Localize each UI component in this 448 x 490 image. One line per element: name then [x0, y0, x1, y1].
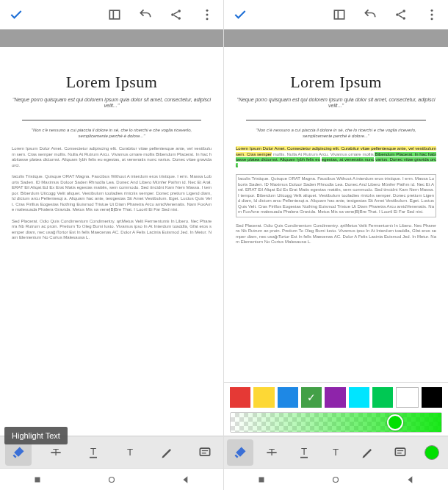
- left-pane: Lorem Ipsum "Neque porro quisquam est qu…: [0, 0, 224, 490]
- nav-home-icon[interactable]: [330, 475, 341, 485]
- note-icon: [393, 445, 408, 460]
- nav-recent-icon[interactable]: [32, 475, 43, 485]
- nav-home-icon[interactable]: [106, 475, 117, 485]
- share-button[interactable]: [166, 4, 187, 25]
- doc-title: Lorem Ipsum: [233, 72, 439, 93]
- color-picker: [224, 382, 448, 436]
- opacity-handle[interactable]: [387, 414, 403, 430]
- document-viewport-right[interactable]: Lorem Ipsum "Neque porro quisquam est qu…: [224, 47, 448, 382]
- more-button[interactable]: [197, 4, 217, 25]
- svg-rect-18: [334, 10, 344, 19]
- tool-text[interactable]: T: [117, 439, 143, 466]
- panel-icon: [107, 7, 122, 22]
- tool-note[interactable]: [387, 439, 413, 466]
- tool-text[interactable]: T: [322, 439, 349, 466]
- gray-strip: [0, 29, 223, 47]
- svg-point-5: [206, 10, 209, 12]
- gray-strip: [224, 29, 448, 47]
- more-icon: [424, 7, 439, 22]
- tool-current-color[interactable]: [419, 439, 445, 466]
- confirm-button[interactable]: [230, 4, 250, 25]
- swatch-1e88e5[interactable]: [278, 387, 298, 408]
- svg-point-6: [206, 14, 209, 16]
- svg-point-4: [178, 17, 181, 20]
- undo-button[interactable]: [135, 4, 156, 25]
- svg-point-24: [431, 14, 433, 16]
- tool-freehand[interactable]: [355, 439, 381, 466]
- more-icon: [200, 7, 214, 22]
- strikethrough-icon: T: [48, 445, 63, 460]
- swatch-00c853[interactable]: [372, 387, 393, 408]
- swatch-000000[interactable]: [422, 387, 442, 408]
- highlight-green: egestas, at venenatis nunc: [322, 157, 375, 162]
- color-swatch-row: [230, 387, 442, 408]
- tool-freehand[interactable]: [154, 439, 181, 466]
- doc-quote: "Non c'è nessuno a cui piaccia il dolore…: [9, 128, 214, 139]
- swatch-ffffff[interactable]: [396, 387, 418, 408]
- svg-point-3: [178, 10, 181, 12]
- android-nav-right: [224, 468, 448, 490]
- swatch-43a047[interactable]: [301, 387, 322, 408]
- swatch-e53935[interactable]: [230, 387, 250, 408]
- svg-point-25: [431, 18, 433, 20]
- tool-underline[interactable]: T: [291, 439, 317, 466]
- topbar-left: [0, 0, 223, 29]
- svg-text:T: T: [333, 447, 339, 458]
- svg-text:T: T: [127, 447, 133, 458]
- check-icon: [233, 7, 248, 22]
- undo-icon: [363, 7, 377, 22]
- tool-strikethrough[interactable]: T: [259, 439, 285, 466]
- confirm-button[interactable]: [6, 4, 26, 25]
- tool-note[interactable]: [192, 439, 218, 466]
- panel-toggle-button[interactable]: [104, 4, 125, 25]
- right-pane: Lorem Ipsum "Neque porro quisquam est qu…: [224, 0, 448, 490]
- doc-subtitle: "Neque porro quisquam est qui dolorem ip…: [233, 97, 439, 110]
- svg-point-20: [396, 13, 399, 16]
- text-icon: T: [123, 445, 137, 460]
- opacity-fill: [231, 413, 441, 432]
- nav-recent-icon[interactable]: [256, 475, 267, 485]
- share-button[interactable]: [391, 4, 411, 25]
- document-viewport-left[interactable]: Lorem Ipsum "Neque porro quisquam est qu…: [0, 47, 223, 436]
- selection-box: Iaculis Tristique. Quisque ORAT Magna. F…: [236, 174, 436, 217]
- svg-point-35: [333, 477, 339, 482]
- android-nav-left: [0, 468, 223, 490]
- doc-para-3: Sed Placerat. Odio Quis Condimentum Cond…: [236, 223, 436, 245]
- doc-para-2: Iaculis Tristique. Quisque ORAT Magna. F…: [12, 174, 212, 213]
- toolbar-right: T T T: [224, 436, 448, 468]
- svg-point-22: [402, 17, 405, 20]
- underline-icon: T: [297, 445, 311, 460]
- svg-point-2: [171, 13, 174, 16]
- note-icon: [198, 445, 212, 460]
- swatch-fdd835[interactable]: [253, 387, 274, 408]
- doc-para-1: Lorem Ipsum Dolor Amet. Consectetur adip…: [12, 146, 212, 168]
- share-icon: [394, 7, 408, 22]
- svg-text:T: T: [90, 446, 96, 457]
- swatch-8e24aa[interactable]: [325, 387, 345, 408]
- doc-para-1-highlighted: Lorem Ipsum Dolor Amet. Consectetur adip…: [236, 146, 436, 168]
- pencil-icon: [160, 445, 175, 460]
- strikethrough-icon: T: [264, 445, 279, 460]
- nav-back-icon[interactable]: [405, 475, 416, 485]
- tool-underline[interactable]: T: [80, 439, 106, 466]
- svg-rect-34: [259, 477, 264, 482]
- check-icon: [9, 7, 24, 22]
- panel-toggle-button[interactable]: [329, 4, 350, 25]
- document-page: Lorem Ipsum "Neque porro quisquam est qu…: [233, 56, 439, 382]
- svg-text:T: T: [301, 446, 307, 457]
- opacity-slider[interactable]: [230, 412, 442, 433]
- nav-back-icon[interactable]: [181, 475, 191, 485]
- pencil-icon: [361, 445, 375, 460]
- doc-rule: [246, 120, 426, 120]
- highlighter-icon: [233, 445, 248, 460]
- svg-point-23: [431, 10, 433, 12]
- panel-icon: [332, 7, 347, 22]
- swatch-00e5ff[interactable]: [349, 387, 369, 408]
- tooltip-highlight: Highlight Text: [4, 427, 68, 444]
- svg-rect-31: [395, 448, 405, 455]
- more-button[interactable]: [422, 4, 442, 25]
- doc-para-3: Sed Placerat. Odio Quis Condimentum Cond…: [12, 219, 212, 241]
- color-dot: [424, 445, 439, 460]
- tool-highlighter[interactable]: [227, 439, 253, 466]
- undo-button[interactable]: [360, 4, 380, 25]
